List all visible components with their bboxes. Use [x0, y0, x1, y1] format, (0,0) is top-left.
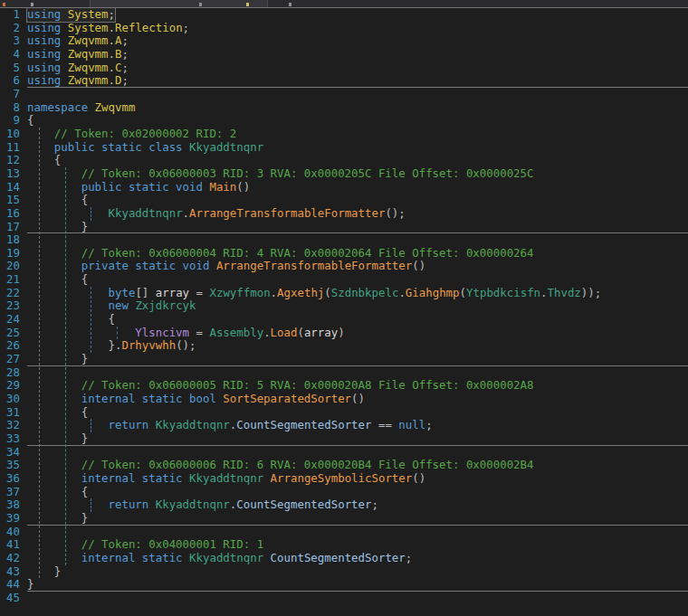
line-content[interactable]: new Zxjdkrcyk: [27, 299, 196, 313]
line-content[interactable]: }: [27, 578, 33, 592]
line-content[interactable]: // Token: 0x02000002 RID: 2: [27, 128, 236, 141]
code-line[interactable]: 2using System.Reflection;: [0, 22, 688, 35]
line-number[interactable]: 6: [0, 74, 20, 88]
line-content[interactable]: Ylsncivm = Assembly.Load(array): [27, 327, 345, 340]
code-line[interactable]: 33 }: [0, 432, 688, 446]
line-number[interactable]: 25: [0, 327, 20, 340]
code-line[interactable]: 32 return Kkyaddtnqnr.CountSegmentedSort…: [0, 419, 688, 432]
line-number[interactable]: 26: [0, 339, 20, 353]
line-number[interactable]: 18: [0, 233, 20, 247]
code-line[interactable]: 27 }: [0, 353, 688, 366]
code-line[interactable]: 15 {: [0, 194, 688, 207]
code-line[interactable]: 44}: [0, 578, 688, 592]
line-content[interactable]: private static void ArrangeTransformable…: [27, 260, 425, 273]
code-line[interactable]: 6using Zwqvmm.D;: [0, 74, 688, 88]
line-content[interactable]: {: [27, 194, 88, 207]
line-content[interactable]: Kkyaddtnqnr.ArrangeTransformableFormatte…: [27, 207, 406, 221]
line-content[interactable]: }: [27, 512, 88, 526]
code-line[interactable]: 28: [0, 366, 688, 380]
line-content[interactable]: {: [27, 273, 88, 287]
line-number[interactable]: 1: [0, 8, 20, 22]
code-line[interactable]: 24 {: [0, 313, 688, 327]
line-number[interactable]: 17: [0, 221, 20, 234]
line-number[interactable]: 13: [0, 167, 20, 181]
code-line[interactable]: 17 }: [0, 221, 688, 234]
line-content[interactable]: }: [27, 353, 88, 366]
code-line[interactable]: 36 internal static Kkyaddtnqnr ArrangeSy…: [0, 472, 688, 486]
line-number[interactable]: 29: [0, 379, 20, 393]
code-line[interactable]: 16 Kkyaddtnqnr.ArrangeTransformableForma…: [0, 207, 688, 221]
line-number[interactable]: 28: [0, 366, 20, 380]
line-content[interactable]: using Zwqvmm.A;: [27, 34, 129, 48]
code-line[interactable]: 42 internal static Kkyaddtnqnr CountSegm…: [0, 552, 688, 565]
code-line[interactable]: 29 // Token: 0x06000005 RID: 5 RVA: 0x00…: [0, 379, 688, 393]
line-number[interactable]: 27: [0, 353, 20, 366]
line-number[interactable]: 39: [0, 512, 20, 526]
code-line[interactable]: 38 return Kkyaddtnqnr.CountSegmentedSort…: [0, 498, 688, 512]
line-number[interactable]: 31: [0, 406, 20, 420]
line-number[interactable]: 22: [0, 287, 20, 300]
code-line[interactable]: 45: [0, 592, 688, 605]
code-line[interactable]: 7: [0, 88, 688, 101]
code-line[interactable]: 31 {: [0, 406, 688, 420]
line-number[interactable]: 41: [0, 538, 20, 552]
line-number[interactable]: 10: [0, 128, 20, 141]
line-content[interactable]: {: [27, 114, 33, 128]
line-number[interactable]: 9: [0, 114, 20, 128]
code-line[interactable]: 37 {: [0, 486, 688, 499]
line-number[interactable]: 38: [0, 498, 20, 512]
line-content[interactable]: public static class Kkyaddtnqnr: [27, 141, 263, 155]
code-editor[interactable]: 1using System;2using System.Reflection;3…: [0, 8, 688, 616]
line-content[interactable]: using Zwqvmm.C;: [27, 62, 129, 75]
line-number[interactable]: 23: [0, 299, 20, 313]
line-number[interactable]: 21: [0, 273, 20, 287]
line-content[interactable]: internal static Kkyaddtnqnr CountSegment…: [27, 552, 412, 565]
line-number[interactable]: 37: [0, 486, 20, 499]
code-line[interactable]: 18: [0, 233, 688, 247]
line-content[interactable]: {: [27, 313, 115, 327]
line-content[interactable]: }: [27, 565, 61, 579]
tab-strip[interactable]: [0, 0, 688, 8]
line-number[interactable]: 16: [0, 207, 20, 221]
line-number[interactable]: 12: [0, 154, 20, 167]
line-number[interactable]: 32: [0, 419, 20, 432]
code-line[interactable]: 14 public static void Main(): [0, 181, 688, 194]
line-content[interactable]: {: [27, 486, 88, 499]
line-number[interactable]: 36: [0, 472, 20, 486]
line-content[interactable]: return Kkyaddtnqnr.CountSegmentedSorter;: [27, 498, 378, 512]
code-line[interactable]: 25 Ylsncivm = Assembly.Load(array): [0, 327, 688, 340]
code-line[interactable]: 10 // Token: 0x02000002 RID: 2: [0, 128, 688, 141]
line-content[interactable]: }: [27, 432, 88, 446]
line-number[interactable]: 34: [0, 446, 20, 460]
line-number[interactable]: 14: [0, 181, 20, 194]
line-number[interactable]: 4: [0, 48, 20, 62]
line-number[interactable]: 33: [0, 432, 20, 446]
line-content[interactable]: // Token: 0x06000006 RID: 6 RVA: 0x00002…: [27, 459, 534, 472]
line-number[interactable]: 20: [0, 260, 20, 273]
line-content[interactable]: using Zwqvmm.D;: [27, 74, 129, 88]
line-number[interactable]: 2: [0, 22, 20, 35]
line-number[interactable]: 7: [0, 88, 20, 101]
line-number[interactable]: 35: [0, 459, 20, 472]
line-content[interactable]: internal static bool SortSeparatedSorter…: [27, 393, 365, 406]
code-line[interactable]: 34: [0, 446, 688, 460]
line-content[interactable]: {: [27, 406, 88, 420]
line-content[interactable]: // Token: 0x06000004 RID: 4 RVA: 0x00002…: [27, 247, 534, 261]
code-line[interactable]: 23 new Zxjdkrcyk: [0, 299, 688, 313]
code-line[interactable]: 5using Zwqvmm.C;: [0, 62, 688, 75]
code-line[interactable]: 39 }: [0, 512, 688, 526]
line-number[interactable]: 42: [0, 552, 20, 565]
line-number[interactable]: 5: [0, 62, 20, 75]
line-number[interactable]: 3: [0, 34, 20, 48]
code-line[interactable]: 21 {: [0, 273, 688, 287]
line-content[interactable]: using Zwqvmm.B;: [27, 48, 129, 62]
active-tab[interactable]: [90, 0, 268, 7]
code-line[interactable]: 12 {: [0, 154, 688, 167]
code-line[interactable]: 30 internal static bool SortSeparatedSor…: [0, 393, 688, 406]
code-line[interactable]: 11 public static class Kkyaddtnqnr: [0, 141, 688, 155]
line-content[interactable]: // Token: 0x04000001 RID: 1: [27, 538, 263, 552]
line-content[interactable]: namespace Zwqvmm: [27, 101, 135, 115]
line-number[interactable]: 45: [0, 592, 20, 605]
code-line[interactable]: 1using System;: [0, 8, 688, 22]
code-line[interactable]: 19 // Token: 0x06000004 RID: 4 RVA: 0x00…: [0, 247, 688, 261]
